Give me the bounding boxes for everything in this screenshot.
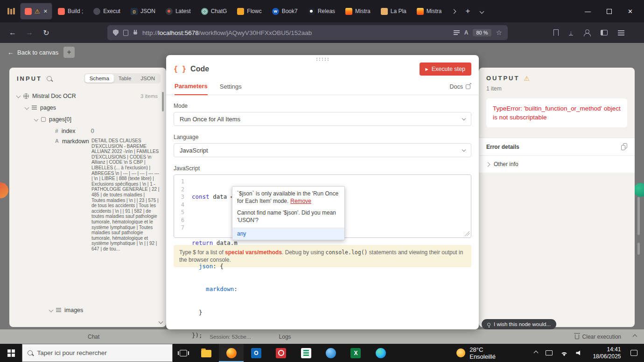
translate-icon[interactable] bbox=[464, 29, 469, 36]
task-view-button[interactable] bbox=[173, 344, 194, 362]
items-count: 3 items bbox=[140, 93, 163, 99]
window-close-button[interactable] bbox=[628, 8, 633, 15]
tree-row-images[interactable]: images bbox=[9, 304, 166, 316]
tab-execut[interactable]: Execut bbox=[89, 3, 125, 19]
code-editor[interactable]: 1 2 3 4 5 6 7 const data = $json.pages; … bbox=[174, 174, 471, 238]
reader-mode-icon[interactable] bbox=[454, 30, 460, 35]
close-tab-icon[interactable] bbox=[43, 8, 48, 14]
sidebar-icon[interactable] bbox=[601, 30, 608, 35]
clock-date: 18/06/2025 bbox=[593, 353, 621, 360]
string-icon bbox=[55, 138, 59, 144]
chevron-down-icon[interactable] bbox=[16, 94, 21, 98]
tracking-shield-icon[interactable] bbox=[113, 29, 119, 36]
reload-button[interactable] bbox=[39, 26, 53, 40]
search-icon[interactable] bbox=[47, 76, 52, 81]
display-icon[interactable] bbox=[546, 350, 553, 355]
notification-center-button[interactable] bbox=[623, 344, 644, 362]
address-bar[interactable]: http://localhost:5678/workflow/jAQwyV30H… bbox=[107, 25, 508, 40]
collapse-up-icon[interactable] bbox=[633, 334, 637, 339]
taskbar-app-document[interactable] bbox=[294, 344, 318, 362]
new-tab-button[interactable] bbox=[462, 5, 474, 17]
minimize-button[interactable] bbox=[585, 8, 591, 15]
tab-releases[interactable]: Releas bbox=[304, 3, 339, 19]
back-to-canvas-button[interactable]: Back to canvas bbox=[7, 49, 58, 56]
canvas-node-badge-left bbox=[0, 182, 8, 198]
tab-parameters[interactable]: Parameters bbox=[175, 83, 208, 95]
other-info-row[interactable]: Other info bbox=[479, 155, 635, 173]
taskbar-app-sphere[interactable] bbox=[318, 344, 343, 362]
copy-icon[interactable] bbox=[621, 143, 627, 150]
remove-link[interactable]: Remove bbox=[290, 198, 311, 204]
autocomplete-suggestion[interactable]: any bbox=[232, 228, 344, 240]
tab-table[interactable]: Table bbox=[114, 74, 136, 83]
clear-execution-button[interactable]: Clear execution bbox=[575, 334, 621, 340]
drag-handle[interactable] bbox=[315, 57, 329, 61]
back-button[interactable] bbox=[6, 26, 20, 40]
scroll-down-icon[interactable] bbox=[159, 320, 163, 324]
taskbar-app-edge[interactable] bbox=[368, 344, 393, 362]
resize-grip-icon[interactable] bbox=[465, 231, 469, 236]
tab-schema[interactable]: Schema bbox=[85, 74, 114, 83]
language-select[interactable]: JavaScript bbox=[174, 143, 471, 157]
tree-row-pages0[interactable]: pages[0] bbox=[9, 113, 163, 125]
execute-step-button[interactable]: Execute step bbox=[420, 63, 471, 76]
collapsed-node-icon[interactable] bbox=[634, 183, 644, 197]
node-feedback-button[interactable]: I wish this node would... bbox=[482, 319, 556, 329]
docs-link[interactable]: Docs bbox=[450, 84, 470, 95]
connection-icon[interactable] bbox=[133, 30, 138, 35]
tree-row-markdown[interactable]: markdown DETAIL DES CLAUSES D'EXCLUSION … bbox=[9, 137, 163, 251]
tab-scroll-right-button[interactable] bbox=[448, 5, 460, 17]
taskbar-app-excel[interactable] bbox=[343, 344, 368, 362]
tab-latest[interactable]: Latest bbox=[161, 3, 195, 19]
chat-tab[interactable]: Chat bbox=[88, 334, 99, 340]
start-button[interactable] bbox=[0, 344, 22, 362]
forward-button[interactable] bbox=[22, 26, 36, 40]
error-details-row[interactable]: Error details bbox=[479, 138, 635, 155]
pinned-tab[interactable] bbox=[4, 4, 19, 19]
list-all-tabs-button[interactable] bbox=[476, 5, 488, 17]
taskbar-clock[interactable]: 14:41 18/06/2025 bbox=[593, 344, 621, 362]
wifi-icon[interactable] bbox=[560, 350, 568, 356]
page-info-icon[interactable] bbox=[123, 30, 128, 36]
maximize-button[interactable] bbox=[607, 9, 612, 14]
canvas-scrollbar[interactable] bbox=[637, 197, 640, 235]
mode-select[interactable]: Run Once for All Items bbox=[174, 112, 471, 126]
taskbar-weather[interactable]: 28°C Ensoleillé bbox=[453, 344, 514, 362]
parameters-body: Mode Run Once for All Items Language Jav… bbox=[166, 95, 479, 267]
error-message: TypeError: 'builtin_function_or_method' … bbox=[486, 98, 627, 127]
tab-settings[interactable]: Settings bbox=[220, 83, 242, 95]
logs-tab[interactable]: Logs bbox=[279, 334, 291, 340]
tray-expand-icon[interactable] bbox=[534, 351, 539, 355]
account-icon[interactable] bbox=[583, 29, 590, 36]
tab-flowchart[interactable]: Flowc bbox=[233, 3, 266, 19]
tree-row-index[interactable]: index 0 bbox=[9, 125, 163, 137]
canvas-scrollbar-thumb[interactable] bbox=[637, 243, 640, 255]
volume-icon[interactable] bbox=[576, 350, 582, 356]
tree-row-root[interactable]: Mistral Doc OCR 3 items bbox=[9, 90, 163, 102]
chevron-right-icon[interactable] bbox=[486, 162, 490, 167]
url-text[interactable]: http://localhost:5678/workflow/jAQwyV30H… bbox=[142, 29, 449, 36]
edge-icon bbox=[376, 348, 386, 358]
add-node-button[interactable] bbox=[63, 47, 75, 58]
chevron-down-icon[interactable] bbox=[25, 105, 29, 110]
bookmark-star-icon[interactable] bbox=[496, 28, 502, 37]
tab-chatgpt[interactable]: ChatG bbox=[197, 3, 231, 19]
tab-la-plateforme[interactable]: La Pla bbox=[377, 3, 411, 19]
search-input[interactable] bbox=[37, 349, 167, 356]
taskbar-search[interactable] bbox=[22, 344, 173, 362]
downloads-icon[interactable] bbox=[569, 30, 573, 35]
menu-icon[interactable] bbox=[618, 30, 624, 35]
tab-book7[interactable]: Book7 bbox=[268, 3, 302, 19]
zoom-badge[interactable]: 80 % bbox=[473, 29, 491, 36]
tab-mistral-1[interactable]: Mistra bbox=[341, 3, 375, 19]
tree-row-pages[interactable]: pages bbox=[9, 102, 163, 113]
tab-json[interactable]: JSON bbox=[126, 3, 160, 19]
input-scrollbar[interactable] bbox=[162, 92, 164, 111]
tab-build[interactable]: Build ; bbox=[54, 3, 87, 19]
tab-active-n8n[interactable] bbox=[21, 3, 52, 19]
pocket-icon[interactable] bbox=[553, 29, 559, 36]
chevron-down-icon[interactable] bbox=[34, 117, 39, 122]
tab-json[interactable]: JSON bbox=[136, 74, 160, 83]
tab-mistral-2[interactable]: Mistra bbox=[413, 3, 446, 19]
chevron-down-icon[interactable] bbox=[49, 308, 54, 313]
